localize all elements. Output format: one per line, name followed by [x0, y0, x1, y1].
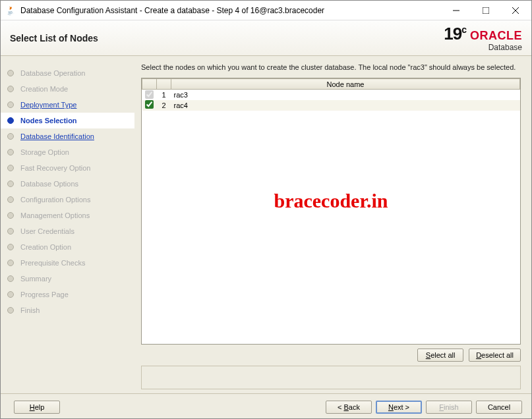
wizard-header: Select List of Nodes 19c ORACLE Database — [1, 20, 531, 56]
step-label: Progress Page — [20, 291, 69, 298]
cancel-button[interactable]: Cancel — [476, 401, 522, 414]
sidebar-step-5: Storage Option — [7, 144, 134, 160]
node-name: rac3 — [171, 90, 520, 100]
step-label: User Credentials — [20, 227, 74, 235]
close-button[interactable] — [500, 1, 530, 20]
sidebar-step-11: Creation Option — [7, 239, 134, 255]
step-label: Fast Recovery Option — [20, 164, 90, 172]
node-index: 2 — [157, 100, 171, 111]
step-dot-icon — [7, 244, 14, 250]
sidebar-step-15: Finish — [7, 302, 134, 318]
sidebar-step-6: Fast Recovery Option — [7, 160, 134, 176]
step-label: Prerequisite Checks — [20, 259, 85, 267]
step-label: Nodes Selection — [20, 117, 77, 125]
wizard-sidebar: Database OperationCreation ModeDeploymen… — [1, 56, 134, 393]
sidebar-step-13: Summary — [7, 271, 134, 287]
sidebar-step-12: Prerequisite Checks — [7, 255, 134, 271]
step-dot-icon — [7, 133, 14, 140]
step-label: Storage Option — [20, 148, 69, 156]
node-checkbox — [145, 90, 154, 99]
node-index: 1 — [157, 90, 171, 100]
step-dot-icon — [7, 275, 14, 282]
step-dot-icon — [7, 101, 14, 108]
col-node-name: Node name — [171, 79, 520, 90]
step-dot-icon — [7, 86, 14, 92]
wizard-main: Select the nodes on which you want to cr… — [134, 56, 531, 393]
sidebar-step-8: Configuration Options — [7, 192, 134, 208]
sidebar-step-2[interactable]: Deployment Type — [7, 97, 134, 113]
next-button[interactable]: Next > — [376, 401, 422, 414]
step-label: Creation Mode — [20, 85, 68, 93]
window-title: Database Configuration Assistant - Creat… — [20, 6, 441, 15]
col-index — [157, 79, 171, 90]
info-panel — [141, 366, 521, 389]
sidebar-step-1: Creation Mode — [7, 81, 134, 97]
step-dot-icon — [7, 196, 14, 203]
page-title: Select List of Nodes — [10, 33, 444, 43]
step-dot-icon — [7, 212, 14, 219]
sidebar-step-9: Management Options — [7, 208, 134, 223]
node-table-container: Node name 1rac32rac4 bracecoder.in — [141, 78, 521, 345]
step-dot-icon — [7, 70, 14, 76]
maximize-button[interactable] — [471, 1, 500, 20]
table-row[interactable]: 2rac4 — [142, 100, 520, 111]
step-label: Database Options — [20, 180, 78, 188]
oracle-brand: 19c ORACLE Database — [444, 24, 522, 52]
back-button[interactable]: < Back — [326, 401, 372, 414]
watermark: bracecoder.in — [274, 190, 388, 212]
sidebar-step-0: Database Operation — [7, 65, 134, 81]
sidebar-step-3: Nodes Selection — [1, 113, 134, 128]
instruction-text: Select the nodes on which you want to cr… — [141, 63, 521, 72]
step-label: Management Options — [20, 211, 90, 219]
step-label: Summary — [20, 275, 51, 283]
node-table: Node name 1rac32rac4 — [142, 78, 520, 111]
step-dot-icon — [7, 181, 14, 187]
col-checkbox — [142, 79, 157, 90]
step-dot-icon — [7, 117, 14, 124]
titlebar: Database Configuration Assistant - Creat… — [1, 1, 531, 20]
step-dot-icon — [7, 165, 14, 171]
step-dot-icon — [7, 228, 14, 235]
node-name: rac4 — [171, 100, 520, 111]
brand-subtitle: Database — [470, 43, 522, 52]
step-label: Deployment Type — [20, 101, 76, 109]
table-row[interactable]: 1rac3 — [142, 90, 520, 100]
step-label: Configuration Options — [20, 196, 90, 204]
step-dot-icon — [7, 307, 14, 314]
wizard-footer: Help < Back Next > Finish Cancel — [1, 393, 531, 419]
brand-name: ORACLE — [470, 29, 522, 43]
sidebar-step-14: Progress Page — [7, 287, 134, 302]
brand-version: 19c — [444, 24, 466, 44]
sidebar-step-4[interactable]: Database Identification — [7, 128, 134, 144]
sidebar-step-10: User Credentials — [7, 223, 134, 239]
step-label: Database Identification — [20, 132, 94, 140]
step-label: Creation Option — [20, 243, 71, 251]
svg-rect-1 — [483, 7, 489, 14]
sidebar-step-7: Database Options — [7, 176, 134, 192]
step-label: Database Operation — [20, 69, 85, 77]
help-button[interactable]: Help — [14, 401, 60, 414]
step-label: Finish — [20, 306, 40, 314]
step-dot-icon — [7, 291, 14, 298]
java-icon — [6, 5, 16, 16]
node-checkbox[interactable] — [145, 100, 154, 109]
select-all-button[interactable]: Select all — [417, 349, 463, 362]
deselect-all-button[interactable]: Deselect all — [469, 349, 521, 362]
finish-button: Finish — [426, 401, 472, 414]
minimize-button[interactable] — [441, 1, 471, 20]
step-dot-icon — [7, 149, 14, 155]
step-dot-icon — [7, 260, 14, 266]
